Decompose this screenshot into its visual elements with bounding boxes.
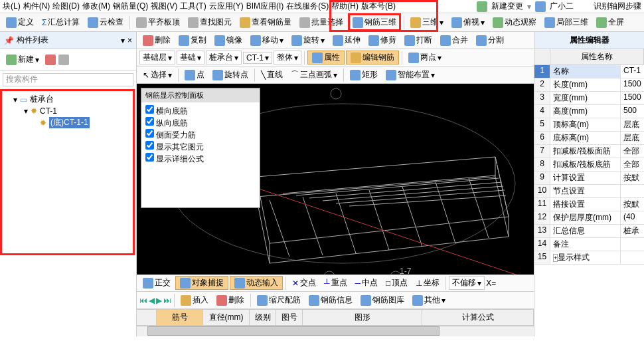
menu-item[interactable]: 版本号(B) [361,1,396,12]
find-element-button[interactable]: 查找图元 [185,15,235,30]
menu-item[interactable]: 修改(M) [82,1,110,12]
other-button[interactable]: 其他▾ [409,293,449,308]
menu-item[interactable]: 在线服务(S) [286,1,329,12]
menu-item[interactable]: 云应用(Y) [209,1,244,12]
rebar-info-button[interactable]: 钢筋信息 [305,293,356,308]
move-button[interactable]: 移动▾ [247,33,287,48]
property-row[interactable]: 9计算设置按默 [534,172,644,185]
line-button[interactable]: ╲直线 [258,67,286,82]
rebar-3d-button[interactable]: 钢筋三维 [348,13,401,31]
flat-top-button[interactable]: 平齐板顶 [133,15,183,30]
property-row[interactable]: 15+显示样式 [534,251,644,265]
batch-select-button[interactable]: 批量选择 [296,15,347,30]
property-row[interactable]: 7扣减板/筏板面筋全部 [534,145,644,158]
property-row[interactable]: 13汇总信息桩承 [534,225,644,238]
ortho-toggle[interactable]: 正交 [139,275,174,291]
delete-icon[interactable] [45,55,56,65]
merge-button[interactable]: 合并 [437,33,471,48]
rotate-button[interactable]: 旋转▾ [288,33,328,48]
checkbox-item[interactable]: 显示其它图元 [145,141,256,153]
menu-item[interactable]: 视图(V) [151,1,177,12]
next-icon[interactable]: ▶ [156,296,162,305]
arc-button[interactable]: ⌒三点画弧▾ [287,67,341,82]
menu-item[interactable]: 绘图(D) [52,1,80,12]
copy-button[interactable]: 复制 [175,33,210,48]
col-figno[interactable]: 图号 [276,310,303,325]
col-diameter[interactable]: 直径(mm) [203,310,250,325]
category-dropdown[interactable]: 基础▾ [177,51,204,64]
intersection-snap[interactable]: ✕交点 [289,275,319,291]
mid-snap[interactable]: ─中点 [352,275,382,291]
property-row[interactable]: 6底标高(m)层底 [534,132,644,145]
level-dropdown[interactable]: 基础层▾ [139,51,175,64]
col-formula[interactable]: 计算公式 [422,310,534,325]
component-dropdown[interactable]: CT-1▾ [243,52,272,64]
vertex-snap[interactable]: □顶点 [382,275,411,291]
property-row[interactable]: 8扣减板/筏板底筋全部 [534,158,644,172]
offset-dropdown[interactable]: 不偏移▾ [449,276,485,290]
delete-button[interactable]: 删除 [139,33,174,48]
whole-dropdown[interactable]: 整体▾ [274,51,301,64]
view-3d-button[interactable]: 三维▾ [407,15,447,30]
first-icon[interactable]: ⏮ [139,296,147,305]
rect-button[interactable]: 矩形 [347,67,381,82]
checkbox-item[interactable]: 纵向底筋 [145,117,256,129]
rebar-lib-button[interactable]: 钢筋图库 [357,293,408,308]
split-button[interactable]: 分割 [473,33,507,48]
delete-row-button[interactable]: 删除 [213,293,248,308]
menu-item[interactable]: 块(L) [3,1,21,12]
property-row[interactable]: 10节点设置 [534,185,644,198]
view-rebar-button[interactable]: 查看钢筋量 [236,15,295,30]
attr-button[interactable]: 属性 [307,51,345,64]
select-button[interactable]: ↖选择▾ [139,67,175,82]
menu-item[interactable]: 钢筋量(Q) [113,1,148,12]
h-scrollbar[interactable] [137,326,534,336]
fullscreen-button[interactable]: 全屏 [593,15,627,30]
col-rebar-no[interactable]: 筋号 [157,310,203,325]
menu-item[interactable]: 帮助(H) [331,1,359,12]
pane-options-icon[interactable]: ▾ [121,36,125,45]
close-icon[interactable]: × [127,36,132,45]
menu-item[interactable]: 构件(N) [23,1,50,12]
col-figure[interactable]: 图形 [303,310,422,325]
col-grade[interactable]: 级别 [250,310,276,325]
point-button[interactable]: 点 [181,67,208,82]
break-button[interactable]: 打断 [401,33,436,48]
type-dropdown[interactable]: 桩承台▾ [206,51,242,64]
dyn-input-toggle[interactable]: 动态输入 [230,276,283,290]
edit-rebar-button[interactable]: 编辑钢筋 [346,51,399,64]
snap-toggle[interactable]: 对象捕捉 [175,276,228,290]
define-button[interactable]: 定义 [3,15,37,30]
smart-layout-button[interactable]: 智能布置▾ [382,67,438,82]
copy-icon[interactable] [58,55,69,65]
new-button[interactable]: 新建▾ [3,52,42,67]
property-row[interactable]: 12保护层厚度(mm)(40 [534,211,644,225]
calc-button[interactable]: Σ汇总计算 [39,15,83,30]
property-row[interactable]: 11搭接设置按默 [534,198,644,211]
property-row[interactable]: 2长度(mm)1500 [534,78,644,92]
dynamic-observe-button[interactable]: 动态观察 [489,15,540,30]
axis-guide-link[interactable]: 识别轴网步骤 [594,1,641,12]
local-3d-button[interactable]: 局部三维 [541,15,592,30]
extend-button[interactable]: 延伸 [329,33,364,48]
trim-button[interactable]: 修剪 [365,33,400,48]
checkbox-item[interactable]: 显示详细公式 [145,153,256,165]
3d-viewport[interactable]: 1-7 z 钢筋显示控制面板 横向底筋 纵向底筋 侧面受力筋 显示其它图元 显 [137,84,534,275]
scale-rebar-button[interactable]: 缩尺配筋 [254,293,304,308]
checkbox-item[interactable]: 横向底筋 [145,105,256,117]
rotate-point-button[interactable]: 旋转点 [209,67,252,82]
menu-item[interactable]: 工具(T) [180,1,206,12]
property-row[interactable]: 4高度(mm)500 [534,105,644,118]
property-row[interactable]: 14备注 [534,238,644,251]
property-row[interactable]: 1名称CT-1 [534,65,644,78]
search-input[interactable]: 搜索构件 [3,73,133,86]
user-name[interactable]: 广小二 [550,1,574,12]
last-icon[interactable]: ⏭ [163,296,171,305]
property-row[interactable]: 5顶标高(m)层底 [534,118,644,132]
mirror-button[interactable]: 镜像 [211,33,246,48]
two-point-button[interactable]: 两点▾ [405,50,445,65]
top-view-button[interactable]: 俯视▾ [448,15,488,30]
new-change[interactable]: 新建变更 [491,1,523,12]
checkbox-item[interactable]: 侧面受力筋 [145,129,256,141]
menu-item[interactable]: BIM应用(I) [246,1,284,12]
